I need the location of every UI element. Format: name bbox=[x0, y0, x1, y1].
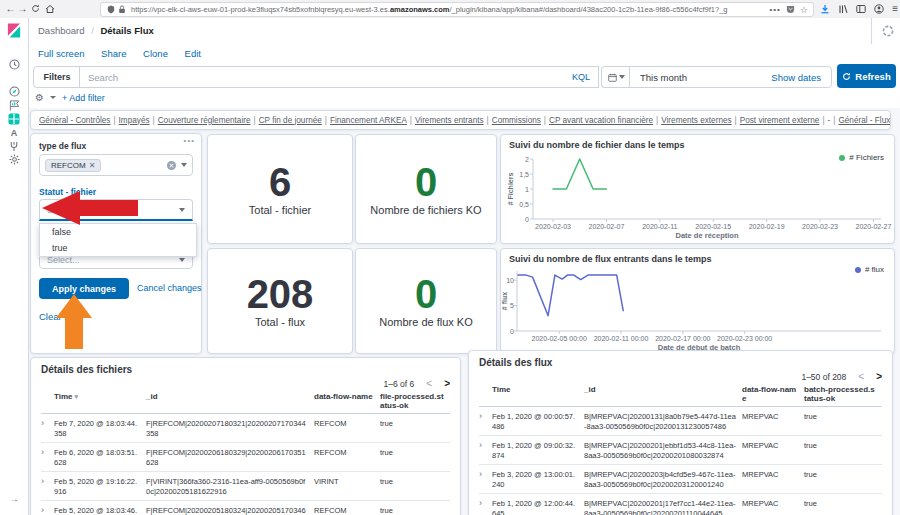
table-row: ›Feb 5, 2020 @ 19:16:22.916F|VIRINT|366f… bbox=[41, 472, 450, 501]
dashboard-link[interactable]: Général - Flux bbox=[838, 116, 890, 125]
expand-row-icon[interactable]: › bbox=[479, 441, 492, 449]
edit-button[interactable]: Edit bbox=[185, 48, 201, 59]
column-header[interactable]: data-flow-name bbox=[742, 385, 804, 403]
refresh-button[interactable]: Refresh bbox=[837, 64, 896, 88]
clone-button[interactable]: Clone bbox=[143, 48, 168, 59]
nav-apm-icon[interactable]: A bbox=[7, 126, 21, 140]
remove-pill-icon[interactable]: ✕ bbox=[89, 161, 96, 170]
chart-title: Suivi du nombre de flux entrants dans le… bbox=[509, 254, 712, 264]
column-header[interactable]: data-flow-name bbox=[314, 392, 380, 401]
search-input[interactable] bbox=[80, 72, 564, 83]
link-separator: | bbox=[153, 116, 155, 125]
expand-row-icon[interactable]: › bbox=[479, 412, 492, 420]
svg-text:2020-02-05 00:00: 2020-02-05 00:00 bbox=[532, 335, 587, 342]
add-filter-button[interactable]: + Add filter bbox=[62, 93, 105, 103]
legend-item[interactable]: # flux bbox=[855, 265, 884, 274]
collapse-nav-icon[interactable]: → bbox=[7, 491, 21, 505]
expand-row-icon[interactable]: › bbox=[479, 470, 492, 478]
dashboard-link[interactable]: Couverture réglementaire bbox=[158, 116, 251, 125]
dashboard-link[interactable]: Commissions bbox=[492, 116, 541, 125]
cancel-changes-button[interactable]: Cancel changes bbox=[137, 283, 202, 293]
input-controls-panel: ••• type de flux REFCOM✕ ✕ Statut - fich… bbox=[30, 133, 202, 354]
show-dates-button[interactable]: Show dates bbox=[771, 72, 831, 83]
dashboard-link[interactable]: Impayés bbox=[119, 116, 150, 125]
cell-id: B|MREPVAC|20200131|8a0b79e5-447d-11ea-8a… bbox=[584, 412, 742, 431]
panel-menu-icon[interactable]: ••• bbox=[184, 136, 195, 145]
link-separator: | bbox=[544, 116, 546, 125]
expand-row-icon[interactable]: › bbox=[41, 506, 54, 514]
kibana-logo[interactable] bbox=[7, 23, 21, 37]
nav-visualize-icon[interactable] bbox=[7, 98, 21, 112]
breadcrumb-dashboard-link[interactable]: Dashboard bbox=[38, 25, 84, 36]
time-range-value[interactable]: This month bbox=[630, 72, 771, 83]
space-avatar-icon[interactable] bbox=[882, 25, 894, 37]
chevron-down-icon bbox=[179, 258, 185, 262]
next-page-button[interactable]: > bbox=[444, 378, 450, 389]
column-header[interactable]: _id bbox=[146, 392, 314, 401]
pocket-icon[interactable] bbox=[786, 5, 795, 14]
filter-options-gear-icon[interactable]: ⚙ bbox=[35, 92, 44, 103]
dashboard-link[interactable]: CP avant vacation financière bbox=[549, 116, 653, 125]
column-header[interactable]: Time bbox=[492, 385, 584, 394]
expand-row-icon[interactable]: › bbox=[479, 499, 492, 507]
option-true[interactable]: true bbox=[40, 240, 196, 256]
previous-page-button[interactable]: < bbox=[426, 378, 432, 389]
date-quick-select-button[interactable] bbox=[601, 66, 630, 88]
metric-label: Total - fichier bbox=[249, 204, 311, 216]
link-separator: | bbox=[113, 116, 115, 125]
statut-fichier-select[interactable]: Select... bbox=[39, 199, 193, 221]
download-icon[interactable] bbox=[820, 4, 830, 14]
legend-dot-icon bbox=[839, 155, 845, 161]
full-screen-button[interactable]: Full screen bbox=[38, 48, 84, 59]
apply-changes-button[interactable]: Apply changes bbox=[39, 278, 129, 299]
kql-toggle[interactable]: KQL bbox=[564, 72, 598, 82]
table-row: ›Feb 7, 2020 @ 18:03:44.358F|REFCOM|2020… bbox=[41, 414, 450, 443]
breadcrumb-separator: / bbox=[91, 25, 94, 36]
column-header[interactable]: _id bbox=[584, 385, 742, 394]
home-button[interactable] bbox=[43, 1, 56, 16]
clear-selection-icon[interactable]: ✕ bbox=[167, 161, 176, 170]
svg-text:1: 1 bbox=[525, 186, 529, 193]
dashboard-link[interactable]: Général - Contrôles bbox=[39, 116, 110, 125]
lock-icon[interactable] bbox=[118, 5, 126, 14]
urlbar[interactable]: https://vpc-elk-cl-aws-euw-01-prod-ke3fl… bbox=[100, 2, 814, 17]
library-icon[interactable] bbox=[838, 4, 848, 14]
column-header[interactable]: Time ▾ bbox=[54, 392, 146, 401]
cell-data-flow-name: MREPVAC bbox=[742, 470, 804, 480]
expand-row-icon[interactable]: › bbox=[41, 419, 54, 427]
previous-page-button[interactable]: < bbox=[858, 371, 864, 382]
cell-time: Feb 1, 2020 @ 09:00:32.874 bbox=[492, 441, 584, 460]
dashboard-link[interactable]: Post virement externe bbox=[740, 116, 820, 125]
page-actions-icon[interactable]: ••• bbox=[770, 5, 781, 14]
dashboard-link[interactable]: Financement ARKEA bbox=[330, 116, 407, 125]
dashboard-link[interactable]: Virements externes bbox=[661, 116, 731, 125]
menu-icon[interactable]: ≡ bbox=[892, 3, 898, 14]
column-header[interactable]: batch-processed.status-ok bbox=[804, 385, 882, 403]
option-false[interactable]: false bbox=[40, 224, 196, 240]
dashboard-link[interactable]: CP fin de journée bbox=[259, 116, 322, 125]
kibana-header: Dashboard / Détails Flux bbox=[28, 18, 900, 45]
tracking-shield-icon[interactable] bbox=[107, 5, 115, 14]
nav-recent-icon[interactable] bbox=[7, 57, 21, 71]
nav-management-icon[interactable] bbox=[7, 152, 21, 166]
share-button[interactable]: Share bbox=[101, 48, 126, 59]
pagination-range: 1–50 of 208 bbox=[801, 372, 846, 382]
expand-row-icon[interactable]: › bbox=[41, 448, 54, 456]
column-header[interactable]: file-processed.status-ok bbox=[380, 392, 450, 410]
dashboard-link[interactable]: Virements entrants bbox=[415, 116, 484, 125]
account-icon[interactable] bbox=[874, 4, 884, 14]
nav-discover-icon[interactable] bbox=[7, 84, 21, 98]
table-header-row: Time ▾_iddata-flow-namefile-processed.st… bbox=[41, 389, 450, 414]
forward-button[interactable]: → bbox=[16, 1, 29, 16]
nav-dashboard-icon[interactable] bbox=[7, 112, 21, 126]
type-de-flux-combobox[interactable]: REFCOM✕ ✕ bbox=[39, 154, 193, 176]
clear-form-button[interactable]: Clear form bbox=[39, 311, 83, 322]
reload-button[interactable] bbox=[29, 1, 42, 16]
next-page-button[interactable]: > bbox=[876, 371, 882, 382]
legend-item[interactable]: # Fichiers bbox=[839, 153, 884, 162]
filters-button[interactable]: Filters bbox=[33, 66, 81, 88]
bookmark-star-icon[interactable]: ☆ bbox=[800, 5, 808, 15]
expand-row-icon[interactable]: › bbox=[41, 477, 54, 485]
sidebar-toggle-icon[interactable] bbox=[856, 4, 866, 14]
nav-devtools-icon[interactable] bbox=[7, 139, 21, 153]
